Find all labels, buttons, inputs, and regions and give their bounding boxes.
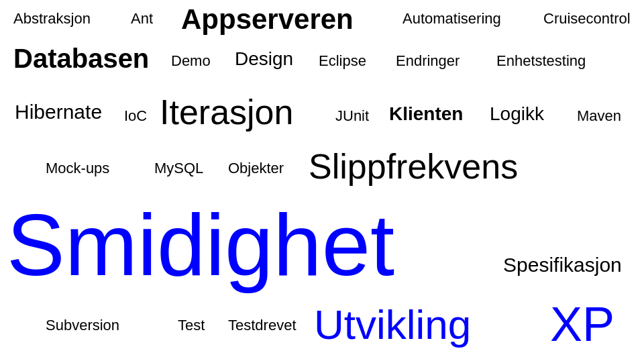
word-appserveren: Appserveren <box>181 3 354 36</box>
word-abstraksjon: Abstraksjon <box>13 10 91 28</box>
word-design: Design <box>235 48 293 70</box>
word-demo: Demo <box>171 52 211 70</box>
word-xp: XP <box>550 297 614 352</box>
word-hibernate: Hibernate <box>15 101 102 123</box>
word-databasen: Databasen <box>13 44 149 74</box>
word-utvikling: Utvikling <box>314 301 471 348</box>
word-iterasjon: Iterasjon <box>160 92 293 132</box>
word-enhetstesting: Enhetstesting <box>496 52 586 70</box>
word-logikk: Logikk <box>490 103 544 125</box>
word-cruisecontrol: Cruisecontrol <box>543 10 631 28</box>
word-subversion: Subversion <box>46 317 119 334</box>
word-cloud: AbstraksjonAntAppserverenAutomatiseringC… <box>0 0 644 357</box>
word-smidighet: Smidighet <box>7 195 394 295</box>
word-ioc: IoC <box>124 107 147 125</box>
word-spesifikasjon: Spesifikasjon <box>503 254 622 276</box>
word-endringer: Endringer <box>396 52 460 70</box>
word-mysql: MySQL <box>154 160 203 177</box>
word-testdrevet: Testdrevet <box>228 317 297 334</box>
word-klienten: Klienten <box>389 103 463 125</box>
word-eclipse: Eclipse <box>319 52 366 70</box>
word-junit: JUnit <box>335 107 369 125</box>
word-automatisering: Automatisering <box>402 10 501 28</box>
word-ant: Ant <box>131 10 153 28</box>
word-mockups: Mock-ups <box>46 160 109 177</box>
word-test: Test <box>178 317 205 334</box>
word-maven: Maven <box>577 107 621 125</box>
word-slippfrekvens: Slippfrekvens <box>309 146 518 187</box>
word-objekter: Objekter <box>228 160 284 177</box>
